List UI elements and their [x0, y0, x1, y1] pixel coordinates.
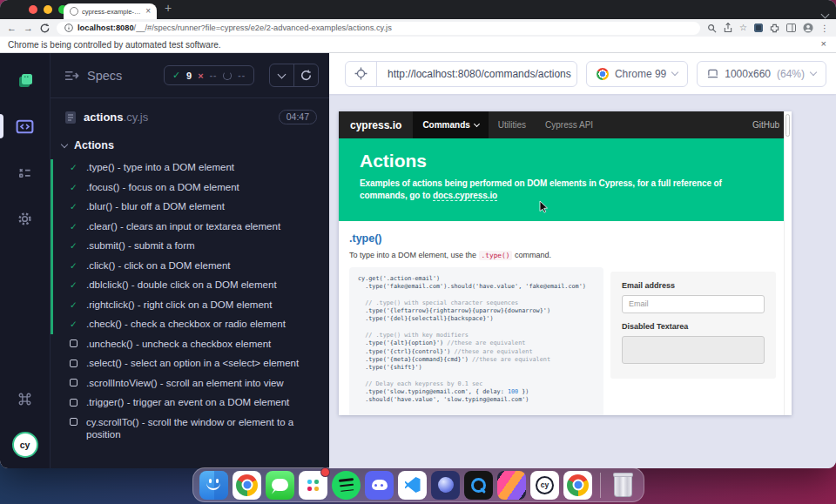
- specs-title: Specs: [87, 69, 122, 83]
- code-line: [358, 324, 595, 332]
- email-label: Email address: [622, 281, 765, 290]
- rerun-button[interactable]: [293, 64, 318, 86]
- specs-icon[interactable]: [10, 65, 40, 95]
- nav-utilities[interactable]: Utilities: [489, 111, 536, 138]
- cypress-logo-badge: cy: [12, 432, 38, 458]
- discord-dock-icon[interactable]: [365, 471, 394, 500]
- notice-close-icon[interactable]: ×: [821, 38, 826, 49]
- selector-playground-button[interactable]: [346, 62, 377, 86]
- test-item[interactable]: ✓.rightclick() - right click on a DOM el…: [51, 295, 329, 315]
- site-brand[interactable]: cypress.io: [339, 111, 413, 138]
- pending-count: --: [238, 71, 246, 80]
- test-item[interactable]: ✓.blur() - blur off a DOM element: [51, 197, 329, 217]
- finder-dock-icon[interactable]: [199, 471, 228, 500]
- code-line: // .type() with special character sequen…: [358, 299, 595, 307]
- code-line: .type('{shift}'): [358, 364, 595, 372]
- test-label: .trigger() - trigger an event on a DOM e…: [86, 396, 289, 409]
- extension-icon[interactable]: [754, 24, 763, 32]
- keyboard-shortcuts-icon[interactable]: [10, 384, 40, 413]
- viewport-size-label: 1000x660: [725, 68, 771, 80]
- test-pending-icon: [70, 418, 78, 426]
- minimize-window-button[interactable]: [44, 5, 52, 14]
- test-pending-icon: [70, 379, 78, 386]
- disabled-textarea: [622, 336, 765, 364]
- aut-scrollbar[interactable]: [784, 111, 792, 415]
- viewport-icon: [707, 68, 718, 79]
- nav-cypress-api[interactable]: Cypress API: [536, 111, 603, 138]
- tab-search-chevron-icon[interactable]: [822, 5, 828, 21]
- docs-link[interactable]: docs.cypress.io: [433, 191, 497, 201]
- code-line: // .type() with key modifiers: [358, 332, 595, 339]
- quicktime-dock-icon[interactable]: [464, 471, 493, 500]
- test-item[interactable]: .uncheck() - uncheck a checkbox element: [51, 334, 329, 354]
- back-icon[interactable]: ←: [7, 24, 17, 33]
- test-item[interactable]: ✓.submit() - submit a form: [51, 236, 329, 256]
- collapse-all-button[interactable]: [270, 64, 293, 86]
- browser-tab[interactable]: cypress-example-kitchensink ×: [64, 3, 157, 19]
- chrome2-dock-icon[interactable]: [563, 471, 592, 500]
- code-line: .type('{meta}{command}{cmd}') //these ar…: [358, 356, 595, 364]
- puzzle-icon[interactable]: [770, 24, 779, 33]
- close-window-button[interactable]: [29, 5, 37, 14]
- test-item[interactable]: .trigger() - trigger an event on a DOM e…: [51, 393, 329, 413]
- cypress-logo[interactable]: cy: [10, 430, 40, 460]
- cypress-dock-icon[interactable]: cy: [530, 471, 559, 500]
- sphere-dock-icon[interactable]: [431, 471, 460, 500]
- test-item[interactable]: .scrollIntoView() - scroll an element in…: [51, 373, 329, 393]
- viewport-select[interactable]: 1000x660 (64%): [697, 61, 826, 87]
- test-item[interactable]: ✓.type() - type into a DOM element: [51, 158, 329, 178]
- test-item[interactable]: ✓.check() - check a checkbox or radio el…: [51, 314, 329, 334]
- messages-dock-icon[interactable]: [266, 471, 294, 500]
- test-item[interactable]: ✓.focus() - focus on a DOM element: [51, 178, 329, 198]
- specs-list-icon[interactable]: [64, 70, 79, 82]
- test-label: .clear() - clears an input or textarea e…: [86, 220, 280, 233]
- test-passed-icon: ✓: [70, 161, 78, 173]
- browser-select[interactable]: Chrome 99: [586, 61, 688, 87]
- test-label: .click() - click on a DOM element: [86, 259, 231, 272]
- info-icon[interactable]: [64, 24, 73, 32]
- code-line: [358, 292, 595, 299]
- test-label: .blur() - blur off a DOM element: [86, 200, 225, 213]
- tab-close-icon[interactable]: ×: [145, 7, 151, 16]
- profile-icon[interactable]: [803, 23, 813, 33]
- mouse-cursor: [539, 200, 549, 217]
- address-bar[interactable]: localhost:8080/__/#/specs/runner?file=cy…: [57, 22, 700, 35]
- suite-chevron-icon: [61, 140, 68, 147]
- forward-icon[interactable]: →: [24, 24, 33, 33]
- code-line: [358, 373, 595, 380]
- test-item[interactable]: ✓.click() - click on a DOM element: [51, 256, 329, 276]
- gradient-dock-icon[interactable]: [497, 471, 526, 500]
- browser-toolbar: ← → localhost:8080/__/#/specs/runner?fil…: [0, 19, 836, 37]
- suite-header[interactable]: Actions: [51, 131, 329, 156]
- debug-icon[interactable]: [10, 158, 40, 187]
- test-label: .submit() - submit a form: [86, 239, 195, 252]
- test-passed-icon: ✓: [70, 220, 78, 232]
- zoom-icon[interactable]: [707, 24, 717, 33]
- bookmark-star-icon[interactable]: ☆: [739, 24, 747, 32]
- test-label: .scrollIntoView() - scroll an element in…: [86, 377, 284, 390]
- settings-icon[interactable]: [10, 204, 40, 233]
- aut-url-text[interactable]: http://localhost:8080/commands/actions: [377, 68, 576, 80]
- spec-duration-badge: 04:47: [279, 110, 317, 124]
- test-passed-icon: ✓: [70, 200, 78, 212]
- test-item[interactable]: ✓.clear() - clears an input or textarea …: [51, 217, 329, 237]
- nav-commands[interactable]: Commands: [413, 111, 488, 138]
- spec-file-row[interactable]: actions.cy.js 04:47: [51, 98, 329, 131]
- trash-dock-icon[interactable]: [609, 471, 637, 500]
- spotify-dock-icon[interactable]: [332, 471, 361, 500]
- test-item[interactable]: .select() - select an option in a <selec…: [51, 353, 329, 373]
- menu-icon[interactable]: ⋮: [820, 24, 829, 33]
- runner-icon[interactable]: [10, 111, 40, 141]
- slack-dock-icon[interactable]: [299, 471, 327, 500]
- test-item[interactable]: cy.scrollTo() - scroll the window or ele…: [51, 413, 329, 445]
- side-panel-icon[interactable]: [786, 24, 796, 32]
- reload-icon[interactable]: [40, 24, 50, 33]
- vscode-dock-icon[interactable]: [398, 471, 427, 500]
- email-field[interactable]: [622, 295, 765, 313]
- code-line: .type('{alt}{option}') //these are equiv…: [358, 339, 595, 347]
- share-icon[interactable]: [724, 23, 732, 33]
- aut-scrollbar-thumb[interactable]: [785, 114, 790, 137]
- chrome-dock-icon[interactable]: [233, 471, 261, 500]
- test-item[interactable]: ✓.dblclick() - double click on a DOM ele…: [51, 275, 329, 295]
- new-tab-button[interactable]: +: [165, 1, 172, 15]
